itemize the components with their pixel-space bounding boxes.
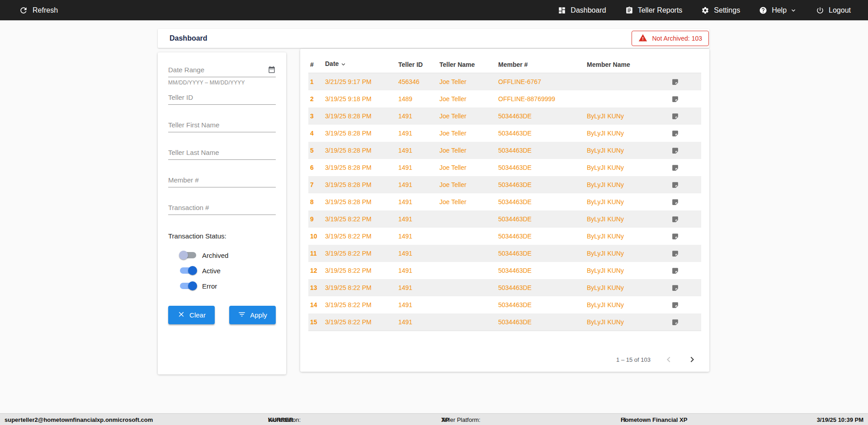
- note-icon[interactable]: [671, 250, 679, 257]
- member-number-input[interactable]: [168, 176, 276, 184]
- table-row[interactable]: 113/19/25 8:22 PM14915034463DEByLyJI KUN…: [308, 245, 701, 262]
- table-row[interactable]: 93/19/25 8:22 PM14915034463DEByLyJI KUNy: [308, 210, 701, 228]
- table-row[interactable]: 23/19/25 9:18 PM1489Joe TellerOFFLINE-88…: [308, 90, 701, 107]
- cell-teller-name: Joe Teller: [439, 198, 498, 205]
- teller-last-name-input[interactable]: [168, 149, 276, 156]
- cell-teller-id: 1491: [398, 164, 439, 171]
- table-row[interactable]: 43/19/25 8:28 PM1491Joe Teller5034463DEB…: [308, 125, 701, 142]
- row-number: 4: [308, 130, 325, 137]
- note-icon[interactable]: [671, 164, 679, 172]
- nav-dashboard[interactable]: Dashboard: [558, 6, 606, 14]
- pagination: 1 – 15 of 103: [616, 351, 698, 368]
- note-icon[interactable]: [671, 318, 679, 326]
- nav-teller-reports-label: Teller Reports: [638, 6, 683, 14]
- cell-date: 3/19/25 8:28 PM: [325, 147, 398, 154]
- table-row[interactable]: 73/19/25 8:28 PM1491Joe Teller5034463DEB…: [308, 176, 701, 193]
- cell-member-name: ByLyJI KUNy: [587, 318, 671, 326]
- table-row[interactable]: 53/19/25 8:28 PM1491Joe Teller5034463DEB…: [308, 142, 701, 159]
- note-icon[interactable]: [671, 233, 679, 240]
- cell-date: 3/19/25 8:28 PM: [325, 181, 398, 188]
- page-range-label: 1 – 15 of 103: [616, 356, 651, 363]
- col-header-teller-id: Teller ID: [398, 61, 439, 68]
- nav-settings[interactable]: Settings: [701, 6, 740, 14]
- cell-member-name: ByLyJI KUNy: [587, 233, 671, 240]
- teller-id-group: [168, 90, 276, 105]
- nav-help[interactable]: Help: [759, 6, 797, 14]
- cell-actions: [671, 233, 701, 240]
- toggle-label: Archived: [202, 252, 228, 259]
- note-icon[interactable]: [671, 215, 679, 223]
- note-icon[interactable]: [671, 112, 679, 120]
- cell-actions: [671, 78, 701, 86]
- col-header-num: #: [308, 61, 325, 68]
- table-row[interactable]: 123/19/25 8:22 PM14915034463DEByLyJI KUN…: [308, 262, 701, 279]
- toggle-switch-error[interactable]: [180, 283, 196, 289]
- clear-button[interactable]: Clear: [168, 306, 215, 324]
- toggle-label: Error: [202, 282, 217, 290]
- toggle-switch-archived[interactable]: [180, 252, 196, 258]
- row-number: 13: [308, 284, 325, 291]
- nav-settings-label: Settings: [714, 6, 740, 14]
- table-row[interactable]: 143/19/25 8:22 PM14915034463DEByLyJI KUN…: [308, 296, 701, 313]
- help-icon: [759, 6, 767, 14]
- calendar-icon[interactable]: [268, 65, 276, 75]
- table-row[interactable]: 33/19/25 8:28 PM1491Joe Teller5034463DEB…: [308, 107, 701, 125]
- cell-teller-name: Joe Teller: [439, 95, 498, 103]
- cell-actions: [671, 164, 701, 172]
- cell-member: 5034463DE: [498, 284, 587, 291]
- cell-teller-name: Joe Teller: [439, 78, 498, 85]
- page-title: Dashboard: [170, 34, 208, 42]
- teller-first-name-input[interactable]: [168, 121, 276, 129]
- cell-actions: [671, 147, 701, 154]
- next-page-button[interactable]: [687, 354, 698, 365]
- apply-button[interactable]: Apply: [229, 306, 276, 324]
- table-row[interactable]: 153/19/25 8:22 PM14915034463DEByLyJI KUN…: [308, 313, 701, 331]
- teller-id-input[interactable]: [168, 93, 276, 101]
- toggle-list: ArchivedActiveError: [168, 251, 276, 290]
- cell-teller-id: 1491: [398, 198, 439, 205]
- note-icon[interactable]: [671, 78, 679, 86]
- page-header-bar: Dashboard Not Archived: 103: [158, 29, 709, 48]
- cell-actions: [671, 250, 701, 257]
- note-icon[interactable]: [671, 198, 679, 206]
- table-row[interactable]: 133/19/25 8:22 PM14915034463DEByLyJI KUN…: [308, 279, 701, 296]
- cell-date: 3/19/25 8:22 PM: [325, 233, 398, 240]
- nav-dashboard-label: Dashboard: [571, 6, 606, 14]
- table-row[interactable]: 103/19/25 8:22 PM14915034463DEByLyJI KUN…: [308, 228, 701, 245]
- note-icon[interactable]: [671, 267, 679, 275]
- member-number-group: [168, 173, 276, 187]
- toggle-active[interactable]: Active: [180, 266, 276, 275]
- transaction-number-input[interactable]: [168, 204, 276, 211]
- note-icon[interactable]: [671, 284, 679, 292]
- note-icon[interactable]: [671, 130, 679, 137]
- table-row[interactable]: 13/21/25 9:17 PM456346Joe TellerOFFLINE-…: [308, 73, 701, 90]
- date-range-helper: MM/DD/YYYY – MM/DD/YYYY: [168, 79, 276, 86]
- cell-date: 3/19/25 8:28 PM: [325, 112, 398, 120]
- cell-teller-name: Joe Teller: [439, 147, 498, 154]
- cell-date: 3/19/25 8:22 PM: [325, 301, 398, 308]
- note-icon[interactable]: [671, 181, 679, 189]
- cell-date: 3/21/25 9:17 PM: [325, 78, 398, 85]
- previous-page-button[interactable]: [663, 354, 674, 365]
- row-number: 14: [308, 301, 325, 308]
- cell-teller-name: Joe Teller: [439, 130, 498, 137]
- date-range-group: [168, 63, 276, 77]
- refresh-button[interactable]: Refresh: [19, 6, 58, 15]
- sort-descending-icon: [340, 62, 347, 69]
- toggle-switch-active[interactable]: [180, 267, 196, 274]
- nav-logout[interactable]: Logout: [816, 6, 851, 14]
- toggle-error[interactable]: Error: [180, 281, 276, 290]
- logged-in-user: superteller2@hometownfinancialxp.onmicro…: [5, 416, 153, 423]
- table-row[interactable]: 63/19/25 8:28 PM1491Joe Teller5034463DEB…: [308, 159, 701, 176]
- col-header-date[interactable]: Date: [325, 60, 398, 69]
- note-icon[interactable]: [671, 95, 679, 103]
- nav-teller-reports[interactable]: Teller Reports: [625, 6, 683, 14]
- note-icon[interactable]: [671, 147, 679, 154]
- toggle-archived[interactable]: Archived: [180, 251, 276, 260]
- date-range-input[interactable]: [168, 66, 276, 74]
- table-row[interactable]: 83/19/25 8:28 PM1491Joe Teller5034463DEB…: [308, 193, 701, 210]
- col-header-member-name: Member Name: [587, 61, 671, 68]
- transactions-table: # Date Teller ID Teller Name Member # Me…: [300, 49, 709, 372]
- clipboard-icon: [625, 6, 633, 14]
- note-icon[interactable]: [671, 301, 679, 309]
